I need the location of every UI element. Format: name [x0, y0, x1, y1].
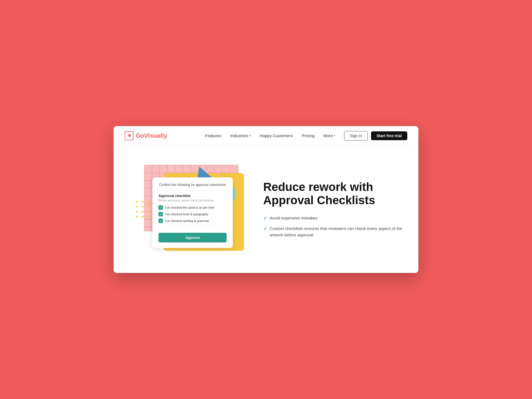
dots-decoration — [136, 201, 151, 218]
navbar: ✳ GoVisually Features Industries ▾ Happy… — [114, 126, 418, 145]
hero-section: ⌇ Confirm the following for approval sub… — [114, 145, 418, 273]
checklist-item-2: I've checked fonts & typography — [158, 212, 227, 216]
checkbox-3[interactable] — [158, 219, 163, 223]
nav-item-happy-customers[interactable]: Happy Customers — [260, 133, 293, 138]
check-icon-1: ✓ — [263, 216, 267, 221]
nav-actions: Sign in Start free trial — [344, 131, 407, 140]
checklist-label-2: I've checked fonts & typography — [165, 213, 208, 216]
checkbox-2[interactable] — [158, 212, 163, 216]
signin-button[interactable]: Sign in — [344, 131, 368, 140]
feature-item-2: ✓ Custom checklists ensures that reviewe… — [263, 226, 407, 238]
approve-button[interactable]: Approve — [158, 233, 227, 242]
browser-card: ✳ GoVisually Features Industries ▾ Happy… — [114, 126, 418, 273]
hero-content: Reduce rework with Approval Checklists ✓… — [258, 180, 407, 238]
checklist-label-3: I've checked spelling & grammar — [165, 219, 209, 222]
chevron-down-icon: ▾ — [249, 134, 251, 137]
nav-item-pricing[interactable]: Pricing — [302, 133, 314, 138]
chevron-down-icon: ▾ — [334, 134, 335, 137]
nav-item-features[interactable]: Features — [205, 133, 221, 138]
logo-icon: ✳ — [125, 131, 134, 140]
logo-text: GoVisually — [136, 132, 167, 139]
checklist-subheading: Before approving, please check the follo… — [158, 199, 227, 202]
nav-item-more[interactable]: More ▾ — [323, 133, 335, 138]
start-trial-button[interactable]: Start free trial — [371, 131, 407, 140]
approval-modal: Confirm the following for approval submi… — [152, 177, 233, 248]
modal-divider — [158, 191, 227, 191]
checklist-heading: Approval checklist — [158, 194, 227, 198]
hero-headline: Reduce rework with Approval Checklists — [263, 180, 407, 207]
feature-list: ✓ Avoid expensive mistakes ✓ Custom chec… — [263, 215, 407, 238]
feature-text-1: Avoid expensive mistakes — [270, 215, 317, 221]
illustration: ⌇ Confirm the following for approval sub… — [130, 162, 247, 256]
checkbox-1[interactable] — [158, 205, 163, 210]
check-icon-2: ✓ — [263, 226, 267, 231]
logo[interactable]: ✳ GoVisually — [125, 131, 167, 140]
feature-text-2: Custom checklists ensures that reviewers… — [270, 226, 407, 238]
checklist-item-1: I've checked the asset is as per brief — [158, 205, 227, 210]
modal-title: Confirm the following for approval submi… — [158, 183, 227, 187]
modal-divider-2 — [158, 226, 227, 226]
feature-item-1: ✓ Avoid expensive mistakes — [263, 215, 407, 221]
checklist-label-1: I've checked the asset is as per brief — [165, 206, 214, 209]
nav-item-industries[interactable]: Industries ▾ — [230, 133, 251, 138]
checklist-item-3: I've checked spelling & grammar — [158, 219, 227, 223]
nav-links: Features Industries ▾ Happy Customers Pr… — [205, 133, 335, 138]
